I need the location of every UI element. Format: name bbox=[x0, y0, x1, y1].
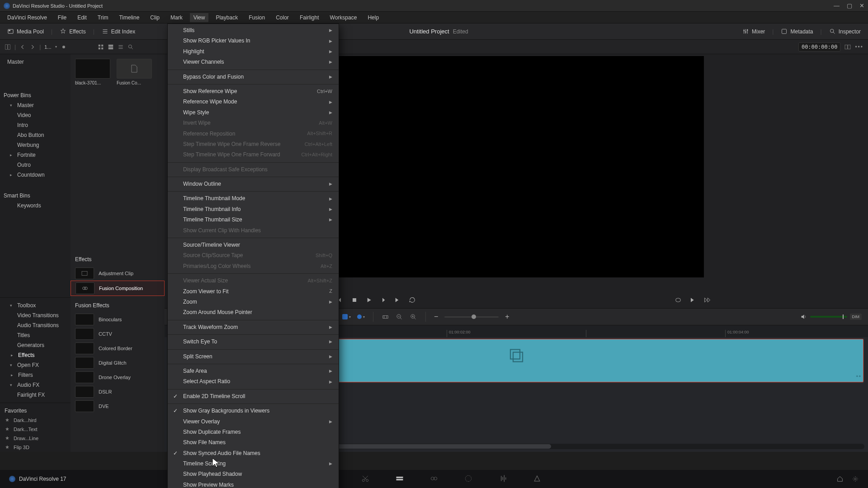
sb-keywords[interactable]: Keywords bbox=[4, 201, 67, 211]
view-menu-item[interactable]: Timeline Thumbnail Mode▶ bbox=[168, 193, 339, 204]
view-menu-item[interactable]: Timeline Thumbnail Info▶ bbox=[168, 204, 339, 215]
viewer-screen[interactable] bbox=[329, 56, 704, 277]
fxtree-at[interactable]: Audio Transitions bbox=[4, 320, 67, 330]
pb-werbung[interactable]: Werbung bbox=[4, 140, 67, 150]
view-menu-item[interactable]: ✓Show Gray Backgrounds in Viewers bbox=[168, 406, 339, 416]
media-pool-button[interactable]: Media Pool bbox=[4, 27, 47, 36]
match-frame-icon[interactable] bbox=[675, 296, 682, 304]
view-menu-item[interactable]: ✓Enable 2D Timeline Scroll bbox=[168, 391, 339, 402]
fx-cctv[interactable]: CCTV bbox=[71, 327, 165, 341]
menu-file[interactable]: File bbox=[54, 13, 70, 22]
thumb-fusion[interactable]: Fusion Co... bbox=[117, 59, 152, 85]
dual-view-icon[interactable] bbox=[844, 43, 851, 51]
fxtree-openfx[interactable]: ▾Open FX bbox=[4, 360, 67, 370]
fx-digital-glitch[interactable]: Digital Glitch bbox=[71, 356, 165, 370]
page-deliver-icon[interactable] bbox=[533, 474, 542, 484]
menu-color[interactable]: Color bbox=[272, 13, 292, 22]
loop-icon[interactable] bbox=[409, 296, 416, 304]
layout-icon[interactable] bbox=[5, 44, 11, 50]
view-menu-item[interactable]: Timeline Scrolling▶ bbox=[168, 459, 339, 469]
view-menu-item[interactable]: Viewer Channels▶ bbox=[168, 57, 339, 67]
menu-fusion[interactable]: Fusion bbox=[245, 13, 269, 22]
fx-dve[interactable]: DVE bbox=[71, 399, 165, 413]
minimize-icon[interactable]: — bbox=[834, 2, 840, 9]
fxtree-vt[interactable]: Video Transitions bbox=[4, 310, 67, 320]
play-icon[interactable] bbox=[365, 296, 373, 304]
chevron-left-icon[interactable] bbox=[19, 44, 26, 50]
snap-icon[interactable] bbox=[382, 313, 389, 321]
thumb-black[interactable]: black-3701... bbox=[75, 59, 110, 85]
view-menu-item[interactable]: Source/Timeline Viewer bbox=[168, 240, 339, 250]
fxtree-effects[interactable]: ▸Effects bbox=[4, 350, 67, 360]
thumb-view-icon[interactable] bbox=[108, 44, 114, 50]
settings-icon[interactable] bbox=[852, 475, 859, 483]
view-menu-item[interactable]: Zoom Viewer to FitZ bbox=[168, 286, 339, 297]
menu-davinci[interactable]: DaVinci Resolve bbox=[4, 13, 51, 22]
step-fwd-icon[interactable] bbox=[380, 296, 387, 304]
view-menu-item[interactable]: Show Duplicate Frames bbox=[168, 427, 339, 437]
list-view-icon[interactable] bbox=[118, 44, 124, 50]
view-menu-item[interactable]: Window Outline▶ bbox=[168, 179, 339, 189]
fav-0[interactable]: Dark...hird bbox=[0, 416, 71, 425]
view-menu-item[interactable]: Track Waveform Zoom▶ bbox=[168, 322, 339, 333]
menu-view[interactable]: View bbox=[190, 13, 209, 22]
menu-mark[interactable]: Mark bbox=[167, 13, 186, 22]
flag-dropdown[interactable]: ▾ bbox=[342, 314, 351, 319]
view-menu-item[interactable]: Timeline Thumbnail Size▶ bbox=[168, 215, 339, 225]
view-menu-item[interactable]: Select Aspect Ratio▶ bbox=[168, 376, 339, 387]
menu-trim[interactable]: Trim bbox=[94, 13, 112, 22]
fav-2[interactable]: Draw...Line bbox=[0, 434, 71, 443]
timecode-display[interactable]: 00:00:00:00 bbox=[798, 42, 840, 52]
view-menu-item[interactable]: Show Playhead Shadow bbox=[168, 469, 339, 479]
view-menu-item[interactable]: Safe Area▶ bbox=[168, 366, 339, 376]
toolbox-item[interactable]: ▾Toolbox bbox=[4, 300, 67, 310]
zoom-out-small-icon[interactable] bbox=[396, 313, 403, 321]
skip-last-icon[interactable] bbox=[703, 296, 711, 304]
view-menu-item[interactable]: Show File Names bbox=[168, 437, 339, 448]
menu-playback[interactable]: Playback bbox=[212, 13, 241, 22]
menu-fairlight[interactable]: Fairlight bbox=[296, 13, 323, 22]
view-menu-item[interactable]: Show Reference WipeCtrl+W bbox=[168, 86, 339, 97]
view-menu-item[interactable]: Viewer Overlay▶ bbox=[168, 417, 339, 427]
zoom-minus[interactable]: − bbox=[434, 313, 438, 321]
menu-clip[interactable]: Clip bbox=[146, 13, 163, 22]
fxtree-filters[interactable]: ▸Filters bbox=[4, 370, 67, 380]
stop-icon[interactable] bbox=[351, 296, 358, 304]
view-menu-item[interactable]: Reference Wipe Mode▶ bbox=[168, 97, 339, 107]
volume-slider[interactable] bbox=[810, 316, 847, 318]
dim-button[interactable]: DIM bbox=[850, 314, 862, 320]
view-menu-item[interactable]: Split Screen▶ bbox=[168, 352, 339, 362]
view-menu-item[interactable]: Show RGB Picker Values In▶ bbox=[168, 36, 339, 46]
page-edit-icon[interactable] bbox=[395, 474, 404, 484]
fx-dslr[interactable]: DSLR bbox=[71, 385, 165, 399]
pb-master[interactable]: ▾Master bbox=[4, 100, 67, 110]
fx-adjustment[interactable]: Adjustment Clip bbox=[71, 266, 165, 281]
chevron-right-icon[interactable] bbox=[29, 44, 36, 50]
effects-button[interactable]: Effects bbox=[56, 27, 89, 36]
view-menu-item[interactable]: ✓Show Synced Audio File Names bbox=[168, 448, 339, 459]
fx-drone-overlay[interactable]: Drone Overlay bbox=[71, 370, 165, 385]
zoom-slider[interactable] bbox=[444, 316, 499, 318]
skip-end-icon[interactable] bbox=[689, 296, 696, 304]
pb-fortnite[interactable]: ▸Fortnite bbox=[4, 150, 67, 160]
view-menu-item[interactable]: Highlight▶ bbox=[168, 47, 339, 57]
goto-end-icon[interactable] bbox=[394, 296, 401, 304]
fx-colored-border[interactable]: Colored Border bbox=[71, 341, 165, 356]
view-menu-item[interactable]: Wipe Style▶ bbox=[168, 108, 339, 118]
view-menu-item[interactable]: Bypass Color and Fusion▶ bbox=[168, 72, 339, 82]
view-menu-item[interactable]: Zoom▶ bbox=[168, 297, 339, 307]
view-menu-item[interactable]: Zoom Around Mouse Pointer bbox=[168, 307, 339, 318]
maximize-icon[interactable]: ▢ bbox=[847, 2, 852, 9]
metadata-button[interactable]: Metadata bbox=[777, 27, 816, 36]
page-fusion-icon[interactable] bbox=[429, 474, 439, 484]
pb-intro[interactable]: Intro bbox=[4, 120, 67, 130]
fxtree-audiofx[interactable]: ▾Audio FX bbox=[4, 380, 67, 390]
zoom-plus[interactable]: + bbox=[505, 313, 509, 321]
page-fairlight-icon[interactable] bbox=[498, 474, 507, 484]
page-cut-icon[interactable] bbox=[361, 474, 370, 484]
fx-binoculars[interactable]: Binoculars bbox=[71, 312, 165, 327]
bin-master[interactable]: Master bbox=[4, 57, 67, 67]
mixer-button[interactable]: Mixer bbox=[739, 27, 769, 36]
fx-fusion-comp[interactable]: Fusion Composition bbox=[71, 281, 165, 296]
grid-view-icon[interactable] bbox=[98, 44, 104, 50]
